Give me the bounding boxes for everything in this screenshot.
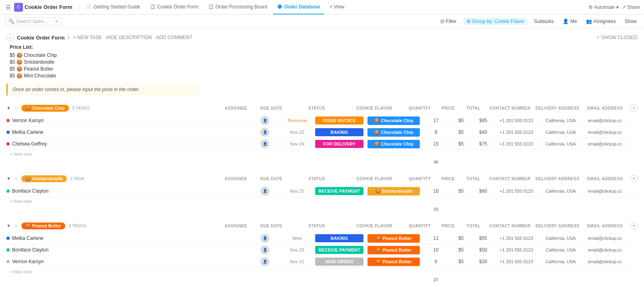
tab-getting-started[interactable]: 📄 Getting Started Guide	[82, 0, 144, 15]
add-comment-btn[interactable]: ADD COMMENT	[156, 35, 192, 40]
tab-add-view[interactable]: + View	[326, 0, 348, 15]
task-price: $5	[450, 188, 472, 194]
col-label-status-snickerdoodle: STATUS	[291, 177, 343, 181]
table-row: Vernon Karsyn 👤 Tomorrow ISSUE INVOICE 🍪…	[6, 115, 638, 127]
me-icon: 👤	[563, 19, 569, 24]
task-email: email@clickup.cc	[583, 130, 627, 135]
new-task-button-snickerdoodle[interactable]: + New task	[6, 197, 638, 205]
group-header-peanut-butter: ▼ ☆ 🍪 Peanut Butter 3 TASKS ASSIGNEE DUE…	[6, 220, 638, 231]
assignees-button[interactable]: 👥 Assignees	[584, 18, 618, 25]
new-task-button-peanut-butter[interactable]: + New task	[6, 268, 638, 276]
task-status[interactable]: RECEIVE PAYMENT	[313, 187, 365, 195]
tab-order-board[interactable]: 📋 Order Processing Board	[204, 0, 271, 15]
table-row: Vernon Karsyn 👤 Nov 21 NEW ORDER 🍪 Peanu…	[6, 256, 638, 268]
task-flavor[interactable]: 🍪 Chocolate Chip	[365, 128, 422, 137]
group-icon: ⊞	[466, 19, 471, 24]
price-item-2: $5 🍪 Snickerdoodle	[10, 59, 638, 65]
group-chevron-peanut-butter[interactable]: ▼	[6, 223, 11, 228]
task-email: email@clickup.cc	[583, 247, 627, 252]
task-email: email@clickup.cc	[583, 259, 627, 264]
task-quantity: 16	[422, 188, 450, 194]
task-dot	[6, 260, 10, 263]
group-tag-snickerdoodle: 🍪 Snickerdoodle	[21, 175, 67, 182]
task-flavor[interactable]: 🍪 Peanut Butter	[365, 258, 422, 266]
task-due-date: Nov 24	[281, 141, 313, 147]
task-status[interactable]: BAKING	[313, 234, 365, 242]
group-count-snickerdoodle: 1 TASK	[70, 176, 85, 181]
collapse-button[interactable]: ○	[6, 34, 14, 41]
task-status[interactable]: NEW ORDER	[313, 258, 365, 266]
task-assignee[interactable]: 👤	[249, 187, 281, 195]
col-label-assignee-peanut-butter: ASSIGNEE	[220, 224, 252, 228]
subtasks-button[interactable]: Subtasks	[532, 18, 556, 25]
task-flavor[interactable]: 🍪 Peanut Butter	[365, 246, 422, 254]
task-flavor[interactable]: 🍪 Chocolate Chip	[365, 140, 422, 148]
task-name[interactable]: Melba Carlene	[12, 129, 43, 135]
group-expand-icon-snickerdoodle[interactable]: ☆	[14, 176, 18, 181]
task-assignee[interactable]: 👤	[249, 128, 281, 137]
subtotal-qty: 27	[422, 277, 450, 283]
task-dot	[6, 189, 10, 193]
task-quantity: 17	[422, 118, 450, 123]
table-row: Melba Carlene 👤 Wed BAKING 🍪 Peanut Butt…	[6, 233, 638, 244]
task-price: $5	[450, 141, 472, 147]
task-name[interactable]: Vernon Karsyn	[12, 118, 44, 123]
new-task-button-chocolate-chip[interactable]: + New task	[6, 150, 638, 158]
task-assignee[interactable]: 👤	[249, 245, 281, 254]
task-status[interactable]: ISSUE INVOICE	[313, 116, 365, 125]
task-assignee[interactable]: 👤	[249, 116, 281, 125]
group-add-btn-peanut-butter[interactable]: +	[630, 222, 638, 229]
task-total: $85	[472, 118, 494, 123]
task-contact: +1 201 555 0123	[494, 118, 539, 123]
col-label-qty-peanut-butter: QUANTITY	[406, 224, 434, 228]
task-total: $75	[472, 141, 494, 147]
search-dropdown-icon: ▾	[55, 19, 58, 24]
task-status[interactable]: BAKING	[313, 128, 365, 136]
task-email: email@clickup.cc	[583, 118, 627, 123]
automate-button[interactable]: ⚙ Automate ▾	[588, 4, 618, 10]
group-expand-icon-chocolate-chip[interactable]: ☆	[14, 106, 18, 111]
price-list: Price List: $5 🍪 Chocolate Chip $5 🍪 Sni…	[10, 44, 638, 79]
snick-icon: 🍪	[17, 59, 24, 65]
share-button[interactable]: ↗ Share	[622, 4, 640, 10]
task-total: $30	[472, 259, 494, 264]
col-label-contact-chocolate-chip: CONTACT NUMBER	[488, 106, 532, 110]
choc-chip-icon: 🍪	[17, 52, 24, 58]
task-name[interactable]: Chelsea Geffrey	[12, 141, 47, 147]
header-actions: + NEW TASK HIDE DESCRIPTION ADD COMMENT	[73, 35, 192, 40]
task-flavor[interactable]: 🍪 Peanut Butter	[365, 234, 422, 243]
new-task-header-btn[interactable]: + NEW TASK	[73, 35, 102, 40]
task-assignee[interactable]: 👤	[249, 257, 281, 266]
task-status[interactable]: FOR DELIVERY	[313, 140, 365, 148]
tab-order-database[interactable]: 🔷 Order Database	[273, 0, 324, 15]
show-button[interactable]: Show	[622, 18, 639, 25]
task-name[interactable]: Boniface Clayton	[12, 247, 49, 253]
task-status[interactable]: RECEIVE PAYMENT	[313, 246, 365, 254]
group-chevron-chocolate-chip[interactable]: ▼	[6, 106, 11, 110]
task-name[interactable]: Vernon Karsyn	[12, 259, 44, 264]
task-total: $40	[472, 129, 494, 135]
task-name[interactable]: Melba Carlene	[12, 235, 43, 241]
task-due-date: Tomorrow	[281, 118, 313, 123]
task-assignee[interactable]: 👤	[249, 139, 281, 148]
task-name[interactable]: Boniface Clayton	[12, 188, 49, 194]
hamburger-menu[interactable]: ☰	[4, 2, 12, 12]
task-dot	[6, 248, 10, 252]
show-closed-button[interactable]: ✓ SHOW CLOSED	[596, 35, 638, 40]
group-by-button[interactable]: ⊞ Group by: Cookie Flavor	[463, 18, 528, 25]
col-label-email-chocolate-chip: EMAIL ADDRESS	[583, 106, 627, 110]
filter-button[interactable]: ⊟ Filter	[438, 18, 459, 25]
search-box[interactable]: 🔍 Search tasks... ▾	[5, 17, 61, 25]
tab-cookie-form[interactable]: 📋 Cookie Order Form	[146, 0, 203, 15]
group-add-btn-chocolate-chip[interactable]: +	[630, 104, 638, 112]
task-assignee[interactable]: 👤	[249, 234, 281, 243]
task-contact: +1 201 555 0123	[494, 247, 539, 252]
hide-description-btn[interactable]: HIDE DESCRIPTION	[106, 35, 152, 40]
col-label-flavor-peanut-butter: COOKIE FLAVOR	[346, 224, 402, 228]
task-flavor[interactable]: 🍪 Snickerdoodle	[365, 187, 422, 195]
me-button[interactable]: 👤 Me	[560, 18, 580, 25]
group-add-btn-snickerdoodle[interactable]: +	[630, 175, 638, 182]
group-expand-icon-peanut-butter[interactable]: ☆	[14, 223, 18, 229]
group-chevron-snickerdoodle[interactable]: ▼	[6, 176, 11, 181]
task-flavor[interactable]: 🍪 Chocolate Chip	[365, 116, 422, 125]
